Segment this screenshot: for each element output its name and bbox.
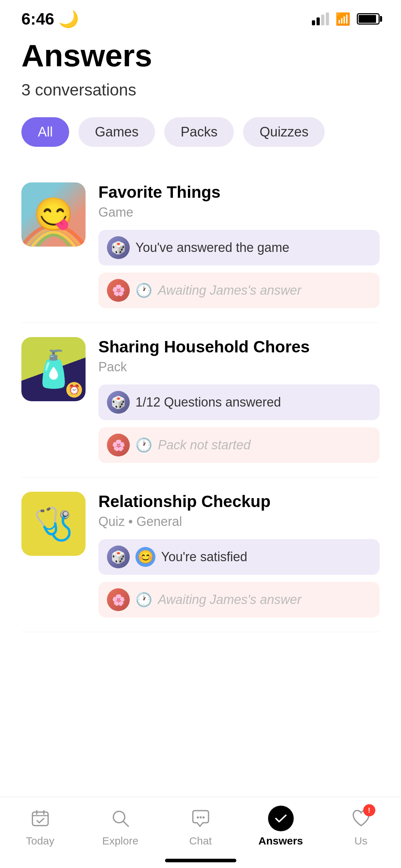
tab-us[interactable]: ! Us <box>321 806 401 847</box>
tab-bar: Today Explore Chat Answ <box>0 797 401 868</box>
answer-row-mine: 🎲 😊 You're satisfied <box>98 539 380 575</box>
favorite-emoji: 😋 <box>34 196 73 233</box>
chat-label: Chat <box>189 835 212 847</box>
explore-icon <box>108 806 133 831</box>
page-title: Answers <box>21 38 380 73</box>
us-icon: ! <box>348 806 374 831</box>
us-label: Us <box>354 835 367 847</box>
status-bar: 6:46 🌙 📶 <box>0 0 401 31</box>
today-label: Today <box>26 835 54 847</box>
answer-row-mine: 🎲 You've answered the game <box>98 230 380 265</box>
conv-title: Sharing Household Chores <box>98 337 380 357</box>
us-badge: ! <box>363 804 375 816</box>
conv-thumbnail-chores: 🧴 ⏰ <box>21 337 86 401</box>
status-time: 6:46 🌙 <box>21 9 79 29</box>
answer-row-partner: 🌸 🕐 Awaiting James's answer <box>98 582 380 618</box>
conv-subtitle: Pack <box>98 360 380 374</box>
answer-text-mine: You've answered the game <box>135 240 289 255</box>
conv-subtitle: Game <box>98 205 380 220</box>
avatar-partner: 🌸 <box>107 434 130 456</box>
relationship-emoji: 🩺 <box>34 505 73 543</box>
answer-text-partner: Awaiting James's answer <box>158 592 301 607</box>
answer-text-mine: You're satisfied <box>161 549 247 564</box>
today-icon <box>27 806 53 831</box>
tab-today[interactable]: Today <box>0 806 80 847</box>
conv-title: Relationship Checkup <box>98 492 380 511</box>
answer-row-partner: 🌸 🕐 Awaiting James's answer <box>98 273 380 308</box>
main-content: Answers 3 conversations All Games Packs … <box>0 31 401 632</box>
filter-row: All Games Packs Quizzes <box>21 117 380 147</box>
status-icons: 📶 <box>312 12 380 26</box>
avatar-mine: 🎲 <box>107 236 130 259</box>
list-item[interactable]: 🩺 Relationship Checkup Quiz • General 🎲 … <box>21 477 380 632</box>
answers-icon <box>268 806 294 831</box>
satisfied-icon: 😊 <box>135 547 155 567</box>
conv-details-favorite: Favorite Things Game 🎲 You've answered t… <box>98 182 380 308</box>
answer-text-partner: Awaiting James's answer <box>158 283 301 298</box>
svg-point-8 <box>202 816 205 818</box>
signal-bar-2 <box>317 17 320 25</box>
list-item[interactable]: 😋 Favorite Things Game 🎲 You've answered… <box>21 168 380 323</box>
signal-bar-4 <box>326 12 329 25</box>
chat-icon <box>188 806 214 831</box>
signal-bar-3 <box>321 15 324 25</box>
answers-label: Answers <box>258 835 303 847</box>
signal-bars <box>312 12 329 25</box>
conversation-list: 😋 Favorite Things Game 🎲 You've answered… <box>21 168 380 632</box>
answer-text-mine: 1/12 Questions answered <box>135 395 281 410</box>
avatar-partner: 🌸 <box>107 588 130 611</box>
battery-fill <box>359 15 376 23</box>
filter-quizzes[interactable]: Quizzes <box>243 117 325 147</box>
filter-packs[interactable]: Packs <box>164 117 234 147</box>
filter-games[interactable]: Games <box>78 117 155 147</box>
answer-text-partner: Pack not started <box>158 438 251 453</box>
svg-point-7 <box>200 816 202 818</box>
tab-chat[interactable]: Chat <box>160 806 241 847</box>
signal-bar-1 <box>312 20 315 25</box>
svg-point-6 <box>197 816 199 818</box>
conv-subtitle: Quiz • General <box>98 514 380 529</box>
home-indicator <box>165 859 236 862</box>
clock-icon: 🕐 <box>135 283 152 298</box>
svg-point-9 <box>271 808 291 828</box>
svg-line-5 <box>123 821 128 826</box>
avatar-mine: 🎲 <box>107 391 130 414</box>
conv-details-chores: Sharing Household Chores Pack 🎲 1/12 Que… <box>98 337 380 463</box>
conv-thumbnail-relationship: 🩺 <box>21 492 86 556</box>
answer-row-mine: 🎲 1/12 Questions answered <box>98 384 380 420</box>
wifi-icon: 📶 <box>335 12 350 26</box>
battery-icon <box>357 13 380 25</box>
list-item[interactable]: 🧴 ⏰ Sharing Household Chores Pack 🎲 1/12… <box>21 323 380 477</box>
conversation-count: 3 conversations <box>21 80 380 99</box>
tab-explore[interactable]: Explore <box>80 806 160 847</box>
thumb-badge: ⏰ <box>66 382 82 398</box>
avatar-partner: 🌸 <box>107 279 130 302</box>
clock-icon: 🕐 <box>135 437 152 453</box>
svg-rect-0 <box>32 812 48 826</box>
time-display: 6:46 <box>21 9 54 29</box>
answer-row-partner: 🌸 🕐 Pack not started <box>98 427 380 463</box>
tab-answers[interactable]: Answers <box>241 806 321 847</box>
avatar-mine: 🎲 <box>107 546 130 568</box>
filter-all[interactable]: All <box>21 117 69 147</box>
conv-title: Favorite Things <box>98 182 380 202</box>
moon-icon: 🌙 <box>58 9 79 29</box>
conv-details-relationship: Relationship Checkup Quiz • General 🎲 😊 … <box>98 492 380 618</box>
conv-thumbnail-favorite: 😋 <box>21 182 86 247</box>
explore-label: Explore <box>102 835 139 847</box>
clock-icon: 🕐 <box>135 592 152 608</box>
